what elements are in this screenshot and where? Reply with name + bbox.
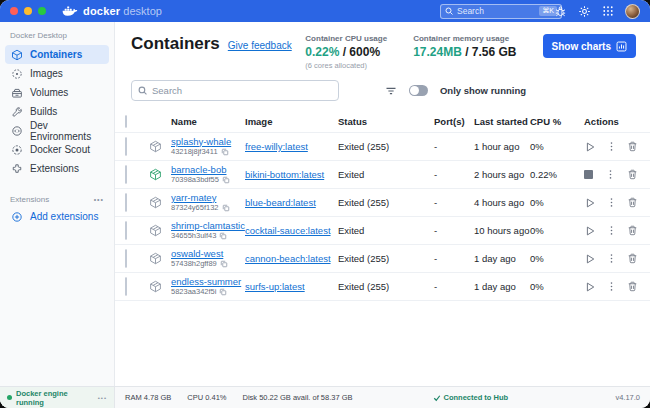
extensions-section-menu-icon[interactable]: ••• (94, 196, 104, 203)
delete-container-icon[interactable] (627, 141, 638, 152)
connected-to-hub[interactable]: Connected to Hub (433, 393, 509, 402)
container-name-link[interactable]: shrimp-clamtastic (171, 221, 245, 232)
copy-id-icon[interactable] (222, 176, 230, 184)
row-menu-icon[interactable] (606, 141, 617, 152)
app-logo: docker desktop (62, 5, 162, 17)
copy-id-icon[interactable] (219, 288, 227, 296)
troubleshoot-bug-icon[interactable] (554, 5, 567, 18)
maximize-window-button[interactable] (38, 7, 46, 15)
cpu-usage-value: 0.22% (305, 45, 339, 59)
main-content: Containers Give feedback Container CPU u… (115, 22, 650, 386)
only-show-running-toggle[interactable] (409, 85, 428, 96)
row-menu-icon[interactable] (606, 225, 617, 236)
sidebar-item-volumes[interactable]: Volumes (5, 83, 109, 102)
settings-gear-icon[interactable] (578, 5, 591, 18)
image-link[interactable]: bikini-bottom:latest (245, 169, 324, 180)
containers-table: Name Image Status Port(s) Last started C… (115, 111, 650, 386)
copy-id-icon[interactable] (222, 204, 230, 212)
start-container-icon[interactable] (584, 253, 596, 265)
container-cpu: 0.22% (530, 169, 580, 180)
col-header-status[interactable]: Status (338, 116, 434, 127)
col-header-cpu[interactable]: CPU % (530, 116, 580, 127)
page-title: Containers (131, 34, 220, 54)
row-menu-icon[interactable] (606, 281, 617, 292)
give-feedback-link[interactable]: Give feedback (228, 40, 292, 51)
stop-container-icon[interactable] (584, 170, 593, 179)
container-name-link[interactable]: yarr-matey (171, 193, 245, 204)
row-checkbox[interactable] (125, 277, 127, 296)
global-search-input[interactable]: Search ⌘K (440, 4, 562, 19)
container-package-icon (149, 224, 171, 237)
titlebar: docker desktop Search ⌘K (0, 0, 650, 22)
container-id: 34655h3ulf43 (171, 232, 216, 241)
image-link[interactable]: free-willy:latest (245, 141, 308, 152)
copy-id-icon[interactable] (219, 232, 227, 240)
docker-whale-icon (62, 5, 78, 17)
image-link[interactable]: cannon-beach:latest (245, 253, 331, 264)
container-name-link[interactable]: splashy-whale (171, 137, 245, 148)
filter-icon[interactable] (385, 85, 397, 97)
table-row[interactable]: oswald-west 57438h2gff89 cannon-beach:la… (115, 245, 650, 273)
close-window-button[interactable] (10, 7, 18, 15)
col-header-name[interactable]: Name (171, 116, 245, 127)
image-link[interactable]: surfs-up:latest (245, 281, 305, 292)
container-cpu: 0% (530, 281, 580, 292)
row-checkbox[interactable] (125, 221, 127, 240)
table-row[interactable]: splashy-whale 43218j8jf3411 free-willy:l… (115, 133, 650, 161)
start-container-icon[interactable] (584, 197, 596, 209)
status-bar: Docker engine running ••• RAM 4.78 GB CP… (0, 386, 650, 408)
container-name-link[interactable]: barnacle-bob (171, 165, 245, 176)
show-charts-button[interactable]: Show charts (543, 34, 636, 58)
sidebar-item-docker-scout[interactable]: Docker Scout (5, 140, 109, 159)
memory-usage-stat: Container memory usage 17.24MB / 7.56 GB (413, 34, 516, 59)
col-header-image[interactable]: Image (245, 116, 338, 127)
engine-menu-icon[interactable]: ••• (98, 395, 107, 401)
image-link[interactable]: blue-beard:latest (245, 197, 316, 208)
container-ports: - (434, 225, 474, 236)
sidebar-item-images[interactable]: Images (5, 64, 109, 83)
row-menu-icon[interactable] (606, 197, 617, 208)
row-checkbox[interactable] (125, 165, 127, 184)
delete-container-icon[interactable] (627, 253, 638, 264)
start-container-icon[interactable] (584, 281, 596, 293)
table-row[interactable]: barnacle-bob 70398a3bdf55 bikini-bottom:… (115, 161, 650, 189)
table-row[interactable]: shrimp-clamtastic 34655h3ulf43 cocktail-… (115, 217, 650, 245)
delete-container-icon[interactable] (627, 169, 638, 180)
col-header-last-started[interactable]: Last started (474, 116, 530, 127)
container-search-input[interactable] (152, 85, 332, 96)
row-checkbox[interactable] (125, 249, 127, 268)
sidebar-item-extensions[interactable]: Extensions (5, 159, 109, 178)
row-menu-icon[interactable] (605, 169, 616, 180)
delete-container-icon[interactable] (627, 197, 638, 208)
search-icon (138, 86, 147, 95)
add-extensions-button[interactable]: Add extensions (5, 207, 109, 226)
copy-id-icon[interactable] (221, 148, 229, 156)
sidebar-item-containers[interactable]: Containers (5, 45, 109, 64)
copy-id-icon[interactable] (220, 260, 228, 268)
table-row[interactable]: endless-summer 5823aa342f5i surfs-up:lat… (115, 273, 650, 301)
apps-grid-icon[interactable] (602, 5, 614, 17)
start-container-icon[interactable] (584, 141, 596, 153)
container-status: Exited (255) (338, 253, 434, 264)
container-name-link[interactable]: oswald-west (171, 249, 245, 260)
select-all-checkbox[interactable] (125, 115, 127, 128)
row-checkbox[interactable] (125, 193, 127, 212)
app-name: docker (83, 5, 120, 17)
row-checkbox[interactable] (125, 137, 127, 156)
engine-status[interactable]: Docker engine running ••• (0, 387, 115, 408)
container-cpu: 0% (530, 253, 580, 264)
col-header-ports[interactable]: Port(s) (434, 116, 474, 127)
sidebar-item-dev-environments[interactable]: Dev Environments (5, 121, 109, 140)
user-avatar[interactable] (625, 4, 640, 19)
table-row[interactable]: yarr-matey 87324y65f132 blue-beard:lates… (115, 189, 650, 217)
minimize-window-button[interactable] (24, 7, 32, 15)
image-link[interactable]: cocktail-sauce:latest (245, 225, 331, 236)
row-menu-icon[interactable] (606, 253, 617, 264)
container-name-link[interactable]: endless-summer (171, 277, 245, 288)
sidebar-item-builds[interactable]: Builds (5, 102, 109, 121)
delete-container-icon[interactable] (627, 225, 638, 236)
container-id: 43218j8jf3411 (171, 148, 218, 157)
delete-container-icon[interactable] (627, 281, 638, 292)
start-container-icon[interactable] (584, 225, 596, 237)
container-package-icon (149, 280, 171, 293)
